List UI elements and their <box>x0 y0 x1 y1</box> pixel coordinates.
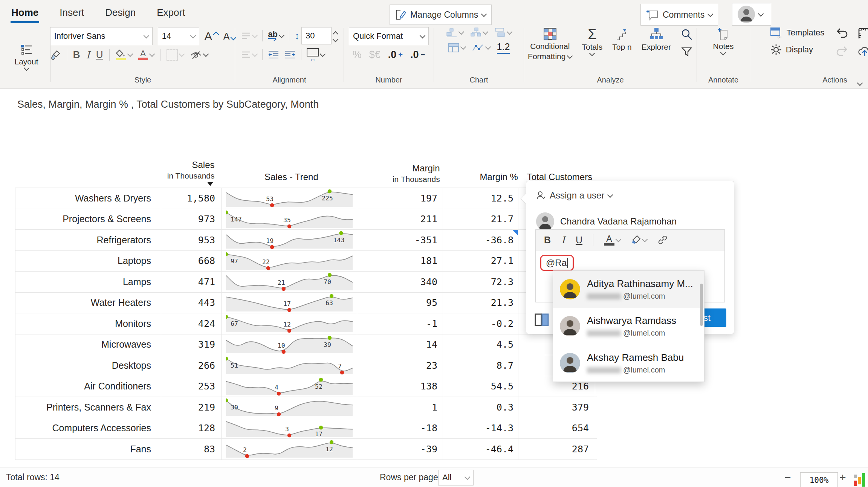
col-header-margin[interactable]: Margin in Thousands <box>357 163 445 188</box>
cell-sales[interactable]: 1,580 <box>161 188 222 209</box>
cell-subcategory[interactable]: Desktops <box>15 355 161 376</box>
borders-button[interactable] <box>167 49 184 61</box>
cell-margin-pct[interactable]: 27.1 <box>443 251 518 272</box>
cell-subcategory[interactable]: Laptops <box>15 251 161 272</box>
format-painter-button[interactable] <box>50 50 61 60</box>
cell-subcategory[interactable]: Water Heaters <box>15 293 161 313</box>
column-width-button[interactable]: ↔ <box>307 48 325 61</box>
chart-hierarchy-button[interactable] <box>470 27 487 38</box>
chart-bars-button[interactable] <box>446 27 463 38</box>
templates-button[interactable]: Templates <box>770 27 824 38</box>
spinner-up-icon[interactable] <box>333 31 339 37</box>
hide-values-button[interactable] <box>190 50 208 60</box>
cell-margin[interactable]: 95 <box>357 293 443 313</box>
notes-button[interactable]: Notes <box>713 27 734 55</box>
cell-subcategory[interactable]: Refrigerators <box>15 230 161 250</box>
cell-margin[interactable]: 138 <box>357 376 443 397</box>
link-button[interactable] <box>657 235 668 245</box>
horizontal-align-button[interactable] <box>241 50 257 59</box>
manage-columns-button[interactable]: Manage Columns <box>390 5 492 25</box>
fill-color-button[interactable] <box>116 49 132 60</box>
cell-margin[interactable]: 211 <box>357 209 443 230</box>
conditional-formatting-button[interactable]: Conditional Formatting <box>528 27 572 61</box>
cell-subcategory[interactable]: Air Conditioners <box>15 376 161 397</box>
cell-sales[interactable]: 953 <box>161 230 222 250</box>
ruler-button[interactable] <box>857 27 868 39</box>
cell-sales-trend[interactable]: 212 <box>222 439 357 460</box>
cell-sales-trend[interactable]: 2170 <box>222 272 357 292</box>
cell-margin[interactable]: -39 <box>357 439 443 460</box>
cell-margin-pct[interactable]: -46.4 <box>443 439 518 460</box>
cell-sales-trend[interactable]: 2297 <box>222 251 357 272</box>
cell-sales[interactable]: 128 <box>161 418 222 439</box>
cell-sales-trend[interactable]: 751 <box>222 355 357 376</box>
scrollbar[interactable] <box>700 273 703 379</box>
cell-margin[interactable]: 23 <box>357 355 443 376</box>
tab-export[interactable]: Export <box>156 5 186 23</box>
display-button[interactable]: Display <box>770 44 824 56</box>
cell-margin-pct[interactable]: -36.8 <box>443 230 518 250</box>
decrease-indent-button[interactable] <box>268 50 279 59</box>
cell-subcategory[interactable]: Washers & Dryers <box>15 188 161 209</box>
cell-sales[interactable]: 973 <box>161 209 222 230</box>
row-height-input[interactable]: 30 <box>301 27 332 44</box>
mention-suggestion-item[interactable]: Aditya Rathinasamy M...@lumel.com <box>553 271 704 308</box>
cell-margin-pct[interactable]: 8.7 <box>443 355 518 376</box>
vertical-align-button[interactable] <box>241 32 257 40</box>
increase-decimal-button[interactable]: .0+ <box>388 49 403 61</box>
increase-indent-button[interactable] <box>284 50 296 59</box>
rows-per-page-select[interactable]: All <box>438 470 474 485</box>
cell-margin-pct[interactable]: 54.5 <box>443 376 518 397</box>
cell-total-customers[interactable]: 379 <box>518 397 595 418</box>
table-style-button[interactable] <box>448 43 465 53</box>
bold-button[interactable]: B <box>544 235 551 246</box>
filter-button[interactable] <box>681 47 692 57</box>
mention-suggestion-item[interactable]: Akshay Ramesh Babu@lumel.com <box>553 345 704 382</box>
cell-sales-trend[interactable]: 317 <box>222 418 357 439</box>
totals-button[interactable]: Σ Totals <box>582 27 602 55</box>
cell-margin-pct[interactable]: 12.5 <box>443 188 518 209</box>
font-name-select[interactable]: Inforiver Sans <box>50 27 153 45</box>
cell-sales-trend[interactable]: 19143 <box>222 230 357 250</box>
top-n-button[interactable]: Top n <box>612 27 631 52</box>
chart-layout-button[interactable] <box>494 27 512 38</box>
italic-button[interactable]: I <box>561 235 565 246</box>
comment-input[interactable]: @Ra <box>536 250 724 271</box>
tab-insert[interactable]: Insert <box>59 5 85 23</box>
cell-sales-trend[interactable]: 53225 <box>222 188 357 209</box>
cell-subcategory[interactable]: Projectors & Screens <box>15 209 161 230</box>
cell-margin[interactable]: -351 <box>357 230 443 250</box>
spinner-down-icon[interactable] <box>333 36 339 42</box>
cell-sales-trend[interactable]: 35147 <box>222 209 357 230</box>
cell-margin[interactable]: 181 <box>357 251 443 272</box>
cell-margin[interactable]: -1 <box>357 313 443 334</box>
cell-total-customers[interactable]: 654 <box>518 418 595 439</box>
cell-sales[interactable]: 319 <box>161 334 222 355</box>
font-color-button[interactable]: A <box>138 50 154 60</box>
cell-subcategory[interactable]: Monitors <box>15 313 161 334</box>
zoom-level[interactable]: 100% <box>800 470 838 487</box>
undo-button[interactable] <box>836 27 848 39</box>
cell-sales-trend[interactable]: 930 <box>222 397 357 418</box>
cell-margin[interactable]: -18 <box>357 418 443 439</box>
cell-sales[interactable]: 219 <box>161 397 222 418</box>
percent-format-button[interactable]: % <box>353 49 362 61</box>
cell-total-customers[interactable]: 287 <box>518 439 595 460</box>
cell-sales-trend[interactable]: 1039 <box>222 334 357 355</box>
publish-button[interactable] <box>857 46 868 57</box>
cell-sales[interactable]: 443 <box>161 293 222 313</box>
mention-suggestion-item[interactable]: Aishwarya Ramdass@lumel.com <box>553 308 704 345</box>
comments-button[interactable]: Comments <box>640 4 718 26</box>
shrink-font-button[interactable]: A <box>223 31 236 42</box>
cell-sales[interactable]: 668 <box>161 251 222 272</box>
wrap-text-button[interactable]: ab <box>268 31 284 41</box>
cell-margin-pct[interactable]: -0.2 <box>443 313 518 334</box>
tab-home[interactable]: Home <box>11 5 39 23</box>
cell-sales-trend[interactable]: 1763 <box>222 293 357 313</box>
mention-query[interactable]: @Ra <box>540 255 574 271</box>
cell-margin[interactable]: 14 <box>357 334 443 355</box>
sparkline-button[interactable] <box>472 43 490 53</box>
font-size-select[interactable]: 14 <box>158 27 199 45</box>
currency-format-button[interactable]: $€ <box>369 49 381 61</box>
row-height-control[interactable]: ↕ 30 <box>295 27 338 44</box>
